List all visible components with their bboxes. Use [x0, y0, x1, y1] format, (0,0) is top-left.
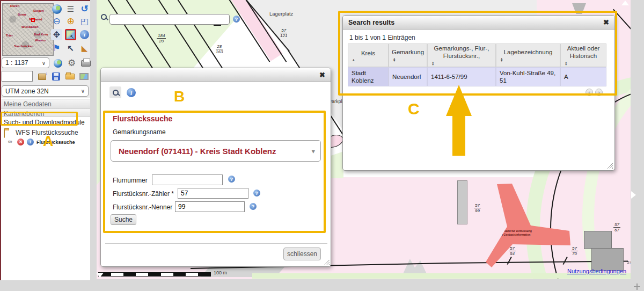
legend-icon[interactable]: ☰ — [65, 3, 76, 14]
save-icon[interactable] — [50, 71, 62, 82]
close-icon[interactable]: ✖ — [319, 71, 325, 79]
style-icon[interactable] — [52, 57, 63, 69]
sidebar-item-meine-geodaten[interactable]: Meine Geodaten — [1, 99, 90, 108]
scale-select[interactable]: 1 : 1137 ∨ — [2, 57, 49, 68]
parcel-num: 57 — [474, 203, 481, 208]
sort-icon: ▲▼ — [500, 57, 503, 62]
collapse-arrow-top[interactable] — [621, 1, 629, 5]
tree-delete-icon[interactable]: ✕ — [17, 139, 24, 146]
globe-icon[interactable] — [51, 3, 62, 14]
nenner-help-icon[interactable]: ? — [250, 203, 257, 210]
coordinate-input[interactable] — [2, 71, 33, 82]
dialog-titlebar[interactable]: ✖ — [101, 68, 331, 82]
feature-info-pointer-icon[interactable]: ↖ — [65, 29, 76, 40]
zoom-in-icon[interactable]: ⊕ — [65, 16, 76, 27]
floppy-glyph — [52, 72, 60, 81]
column-header-aktuell[interactable]: Aktuell oder Historisch▲▼ — [560, 43, 606, 67]
page-next-button[interactable]: › — [595, 89, 603, 96]
column-label: Gemarkung — [392, 49, 424, 56]
tree-info-icon[interactable]: i — [27, 139, 34, 146]
magnifier-icon — [101, 14, 107, 20]
tree-folder-label[interactable]: WFS Flurstückssuche — [16, 129, 78, 136]
folder-icon[interactable] — [64, 71, 76, 82]
tree-folder-icon[interactable] — [4, 130, 5, 137]
parcel-label: 28163 — [216, 44, 223, 54]
overview-city-label: Saarbrücken — [14, 45, 33, 48]
column-label: Lagebezeichnung — [504, 49, 553, 56]
resize-handle[interactable] — [324, 259, 330, 265]
select-features-icon[interactable]: ↖ — [65, 42, 76, 54]
gemarkung-select[interactable]: Neuendorf (071411) - Kreis Stadt Koblenz… — [111, 140, 321, 162]
dialog-search-tab-icon[interactable] — [109, 86, 121, 98]
column-header-kreis[interactable]: Kreis▲ — [348, 43, 389, 67]
parcel-label: 57 — [627, 260, 631, 265]
cell-lagebezeichnung: Von-Kuhl-Straße 49, 51 — [496, 67, 560, 86]
info-icon[interactable]: i — [79, 29, 90, 40]
download-icon[interactable]: ↓ — [36, 71, 48, 82]
results-pagination: ‹ › — [586, 89, 603, 96]
measure-icon[interactable]: ◣ — [79, 42, 90, 54]
overview-city-label: Bad Kreu — [34, 33, 48, 36]
column-header-flurstuecksnr[interactable]: Gemarkungs-, Flur-, Flurstücksnr.,▲▼ — [427, 43, 496, 67]
pan-icon[interactable]: ✥ — [51, 29, 62, 40]
tools-icon[interactable]: ⚙ — [66, 57, 77, 69]
parcel-label: 57121 — [280, 28, 287, 38]
dialog-info-icon[interactable]: i — [127, 88, 136, 97]
close-icon[interactable]: ✖ — [603, 18, 609, 26]
results-table: Kreis▲ Gemarkung▲▼ Gemarkungs-, Flur-, F… — [348, 43, 608, 86]
image-icon[interactable] — [78, 71, 90, 82]
style-globe-glyph — [54, 59, 62, 68]
resize-handle[interactable] — [607, 163, 613, 169]
results-row[interactable]: Stadt Koblenz Neuendorf 1411-6-57/99 Von… — [348, 67, 608, 86]
move-handle-icon[interactable] — [633, 283, 641, 290]
printer-glyph — [81, 60, 91, 67]
overview-map[interactable]: Düren Siegen Bonn Neuwied Wiesbaden Trie… — [2, 3, 54, 56]
parcel-num: 57 — [571, 246, 578, 251]
folder-glyph — [4, 129, 5, 138]
srs-value: UTM zone 32N — [5, 88, 49, 95]
zaehler-help-icon[interactable]: ? — [253, 190, 260, 197]
zoom-out-icon[interactable]: ⊖ — [51, 16, 62, 27]
parcel-den: 54 — [509, 251, 516, 256]
zoom-extent-icon[interactable]: ◰ — [79, 16, 90, 27]
column-header-gemarkung[interactable]: Gemarkung▲▼ — [389, 43, 427, 67]
flurnummer-input[interactable] — [152, 174, 223, 185]
flag-icon[interactable]: ⚑ — [51, 42, 62, 54]
suche-button[interactable]: Suche — [111, 214, 136, 225]
parcel-label: 5770 — [571, 246, 578, 256]
results-titlebar[interactable]: Search results ✖ — [343, 16, 614, 30]
flurnummer-help-icon[interactable]: ? — [228, 176, 235, 183]
srs-select[interactable]: UTM zone 32N ∨ — [2, 85, 89, 97]
overview-city-label: Wiesbaden — [21, 25, 39, 28]
flurnummer-label: Flurnummer — [113, 177, 148, 184]
sidebar-item-such-downloadmodule[interactable]: Such- und Downloadmodule — [1, 117, 90, 127]
parcel-den: 67 — [613, 228, 620, 232]
map-search-icon[interactable] — [101, 14, 107, 20]
parcel-search-dialog: ✖ i Flurstückssuche Gemarkungsname Neuen… — [100, 68, 331, 267]
map-search-help-icon[interactable]: ? — [233, 16, 240, 23]
cell-kreis: Stadt Koblenz — [348, 67, 389, 86]
zaehler-input[interactable] — [178, 188, 248, 199]
overview-extent-marker — [31, 18, 35, 22]
parcel-num: 28 — [216, 44, 223, 49]
history-back-icon[interactable]: ↺ — [79, 3, 90, 14]
nenner-input[interactable] — [175, 201, 245, 212]
dialog-heading: Flurstückssuche — [113, 114, 172, 123]
info-glyph: i — [80, 30, 89, 39]
tree-wms-icon[interactable]: ∞ — [8, 138, 12, 144]
schliessen-button[interactable]: schliessen — [283, 248, 321, 260]
map-search-input[interactable] — [109, 14, 230, 25]
chevron-down-icon: ▾ — [311, 147, 317, 155]
collapse-arrow-bottom-left[interactable] — [97, 273, 104, 278]
overview-city-label: Bonn — [18, 13, 26, 16]
collapse-arrow-right[interactable] — [631, 191, 636, 199]
caret-icon: ∨ — [81, 88, 85, 94]
sort-icon: ▲▼ — [393, 57, 396, 62]
overview-city-label: Trier — [6, 34, 13, 37]
terms-link[interactable]: Nutzungsbedingungen — [567, 268, 626, 274]
page-prev-button[interactable]: ‹ — [586, 89, 593, 96]
tree-item-label[interactable]: Flurstückssuche — [36, 140, 75, 145]
print-icon[interactable] — [80, 57, 91, 69]
parcel-den: 70 — [571, 251, 578, 256]
column-header-lagebezeichnung[interactable]: Lagebezeichnung▲▼ — [496, 43, 560, 67]
